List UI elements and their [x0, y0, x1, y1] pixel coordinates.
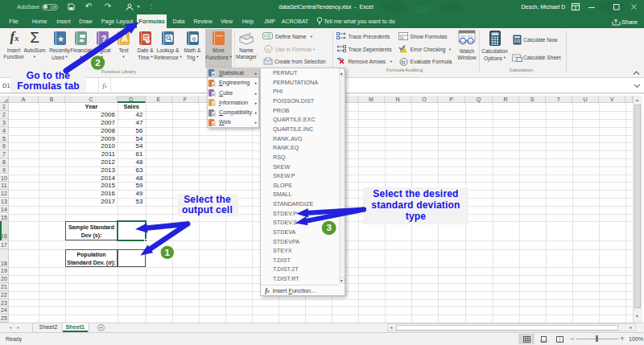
svg-text:⋯: ⋯ — [217, 31, 224, 39]
svg-text:fx: fx — [402, 59, 407, 64]
svg-text:★: ★ — [57, 34, 64, 43]
svg-text:fx: fx — [266, 47, 271, 52]
svg-text:θ: θ — [192, 35, 196, 42]
svg-text:?: ? — [101, 33, 106, 43]
svg-text:A: A — [122, 34, 128, 43]
